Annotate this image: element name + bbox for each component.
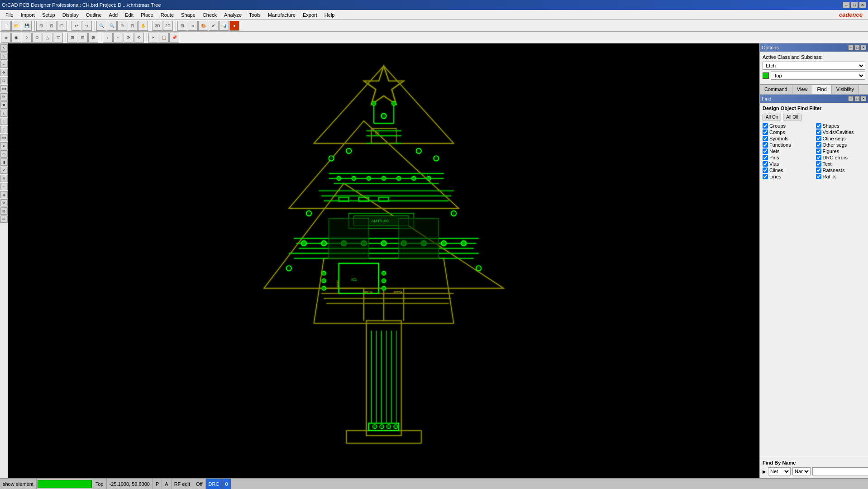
checkbox-other-segs[interactable] (816, 142, 821, 148)
options-maximize[interactable]: □ (854, 45, 860, 50)
tb2-5[interactable]: △ (43, 33, 52, 43)
tb2-6[interactable]: ▽ (53, 33, 63, 43)
tb2-4[interactable]: ⊙ (32, 33, 42, 43)
menu-place[interactable]: Place (137, 11, 157, 19)
tab-find[interactable]: Find (812, 85, 831, 94)
tb-open[interactable]: 📂 (11, 21, 21, 31)
find-method-select[interactable]: Nam (792, 467, 811, 475)
all-off-button[interactable]: All Off (783, 114, 801, 120)
tb-new[interactable]: 📄 (1, 21, 11, 31)
menu-edit[interactable]: Edit (121, 11, 137, 19)
find-name-input[interactable] (812, 467, 868, 475)
checkbox-text[interactable] (816, 161, 821, 167)
tb-grid[interactable]: ⊞ (177, 21, 187, 31)
options-close[interactable]: ✕ (861, 45, 866, 50)
menu-route[interactable]: Route (157, 11, 177, 19)
tb-rat[interactable]: ≈ (188, 21, 198, 31)
left-btn-drc[interactable]: ✔ (0, 167, 8, 174)
tb-zoom-in[interactable]: 🔍 (96, 21, 106, 31)
left-btn-move[interactable]: ✥ (0, 69, 8, 76)
find-type-select[interactable]: Net Pin Via Comp (768, 467, 791, 475)
tb2-14[interactable]: ✂ (148, 33, 158, 43)
tb-undo[interactable]: ↩ (72, 21, 81, 31)
menu-analyze[interactable]: Analyze (220, 11, 245, 19)
all-on-button[interactable]: All On (763, 114, 781, 120)
tab-visibility[interactable]: Visibility (832, 85, 859, 94)
checkbox-symbols[interactable] (763, 136, 768, 141)
tb2-2[interactable]: ◉ (11, 33, 21, 43)
tb2-1[interactable]: ◈ (1, 33, 11, 43)
left-btn-spread[interactable]: ⊹ (0, 183, 8, 190)
tb2-9[interactable]: ⊠ (88, 33, 98, 43)
checkbox-comps[interactable] (763, 129, 768, 135)
left-btn-fill[interactable]: ▮ (0, 158, 8, 166)
checkbox-voids[interactable] (816, 129, 821, 135)
minimize-button[interactable]: ─ (843, 2, 850, 8)
menu-manufacture[interactable]: Manufacture (264, 11, 299, 19)
canvas-area[interactable]: AMT5100 IC1 (8, 43, 759, 478)
menu-outline[interactable]: Outline (82, 11, 105, 19)
left-btn-copy[interactable]: ⊡ (0, 77, 8, 84)
tb-3d[interactable]: 3D (153, 21, 162, 31)
checkbox-cline-segs[interactable] (816, 136, 821, 141)
close-button[interactable]: ✕ (859, 2, 866, 8)
left-btn-pen[interactable]: ✏ (0, 216, 8, 223)
tb-report[interactable]: 📊 (219, 21, 229, 31)
menu-file[interactable]: File (2, 11, 17, 19)
left-btn-area[interactable]: ⊞ (0, 207, 8, 215)
tab-view[interactable]: View (792, 85, 813, 94)
checkbox-groups[interactable] (763, 123, 768, 129)
tb-2d[interactable]: 2D (163, 21, 173, 31)
checkbox-rat-ts[interactable] (816, 174, 821, 179)
tb2-12[interactable]: ⟳ (124, 33, 134, 43)
checkbox-functions[interactable] (763, 142, 768, 148)
tb2-11[interactable]: ↔ (113, 33, 123, 43)
tab-command[interactable]: Command (760, 85, 792, 94)
tb-zoom-box[interactable]: ⊡ (128, 21, 138, 31)
tb-redo[interactable]: ↪ (82, 21, 92, 31)
tb-save[interactable]: 💾 (22, 21, 32, 31)
left-btn-gloss[interactable]: ◈ (0, 191, 8, 198)
tb-pan[interactable]: ✋ (138, 21, 148, 31)
left-btn-measure[interactable]: ↕ (0, 118, 8, 125)
menu-tools[interactable]: Tools (245, 11, 264, 19)
tb-snap[interactable]: ⊞ (36, 21, 46, 31)
checkbox-figures[interactable] (816, 149, 821, 154)
tb2-16[interactable]: 📌 (169, 33, 179, 43)
tb2-8[interactable]: ⊟ (78, 33, 88, 43)
tb-snap3[interactable]: ⊟ (57, 21, 67, 31)
tb-snap2[interactable]: ⊡ (47, 21, 57, 31)
menu-export[interactable]: Export (299, 11, 321, 19)
menu-help[interactable]: Help (321, 11, 339, 19)
checkbox-ratsnests[interactable] (816, 168, 821, 173)
checkbox-vias[interactable] (763, 161, 768, 167)
tb-active[interactable]: ● (229, 21, 239, 31)
left-btn-text[interactable]: T (0, 126, 8, 133)
find-close[interactable]: ✕ (861, 96, 866, 101)
left-btn-mirror[interactable]: ⟺ (0, 85, 8, 92)
menu-add[interactable]: Add (105, 11, 122, 19)
left-btn-fan[interactable]: ≋ (0, 175, 8, 182)
left-btn-prop[interactable]: ℹ (0, 110, 8, 117)
checkbox-clines[interactable] (763, 168, 768, 173)
subclass-dropdown[interactable]: Top (771, 72, 865, 80)
menu-display[interactable]: Display (59, 11, 82, 19)
tb2-15[interactable]: 📋 (159, 33, 169, 43)
checkbox-shapes[interactable] (816, 123, 821, 129)
maximize-button[interactable]: □ (851, 2, 858, 8)
tb2-7[interactable]: ⊞ (67, 33, 77, 43)
left-btn-route[interactable]: ∿ (0, 53, 8, 60)
left-btn-add[interactable]: + (0, 61, 8, 68)
tb-color[interactable]: 🎨 (198, 21, 208, 31)
tb-zoom-out[interactable]: 🔍 (107, 21, 117, 31)
checkbox-pins[interactable] (763, 155, 768, 160)
tb2-10[interactable]: ↕ (103, 33, 113, 43)
options-minimize[interactable]: ─ (848, 45, 854, 50)
left-btn-via[interactable]: ● (0, 142, 8, 149)
menu-setup[interactable]: Setup (38, 11, 59, 19)
checkbox-nets[interactable] (763, 149, 768, 154)
tb-drc[interactable]: ✔ (209, 21, 219, 31)
left-btn-rotate[interactable]: ⟳ (0, 93, 8, 101)
checkbox-drc-errors[interactable] (816, 155, 821, 160)
checkbox-lines[interactable] (763, 174, 768, 179)
